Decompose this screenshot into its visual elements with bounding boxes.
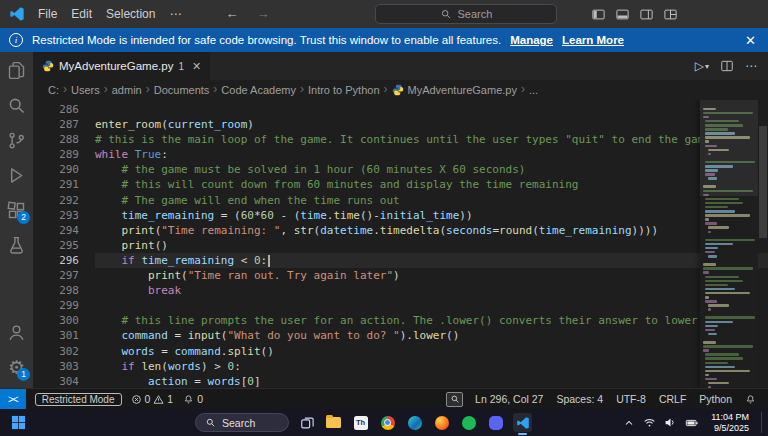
thonny-icon[interactable]: Th	[351, 413, 370, 432]
code-line[interactable]: print("Time ran out. Try again later")	[95, 268, 768, 283]
line-number[interactable]: 294	[33, 223, 79, 238]
code-line[interactable]: if len(words) > 0:	[95, 359, 768, 374]
code-line[interactable]: # this line prompts the user for an acti…	[95, 313, 768, 328]
code-line[interactable]: if time_remaining < 0:	[95, 253, 768, 268]
code-line[interactable]: action = words[0]	[95, 374, 768, 388]
code-line[interactable]: # the game must be solved in 1 hour (60 …	[95, 162, 768, 177]
code-line[interactable]: command = input("What do you want to do?…	[95, 328, 768, 343]
explorer-icon[interactable]	[0, 53, 33, 88]
code-line[interactable]: while True:	[95, 147, 768, 162]
line-number[interactable]: 301	[33, 328, 79, 343]
close-tab-icon[interactable]: ✕	[192, 60, 201, 73]
menu-more-icon[interactable]: ⋯	[162, 7, 188, 21]
edge-icon[interactable]	[405, 413, 424, 432]
navigate-forward-icon[interactable]: →	[247, 6, 278, 21]
code-line[interactable]: enter_room(current_room)	[95, 117, 768, 132]
line-number[interactable]: 288	[33, 132, 79, 147]
breadcrumb-symbol-more[interactable]: ...	[529, 84, 538, 96]
zoom-indicator[interactable]	[446, 392, 463, 407]
line-number[interactable]: 287	[33, 117, 79, 132]
editor-more-actions-icon[interactable]: ⋯	[745, 59, 757, 73]
problems-status[interactable]: 0 1	[126, 393, 179, 405]
menu-file[interactable]: File	[31, 7, 64, 21]
search-sidebar-icon[interactable]	[0, 88, 33, 123]
line-number[interactable]: 293	[33, 208, 79, 223]
line-number[interactable]: 299	[33, 298, 79, 313]
line-number[interactable]: 291	[33, 177, 79, 192]
menu-selection[interactable]: Selection	[99, 7, 162, 21]
eol-status[interactable]: CRLF	[654, 393, 691, 405]
menu-edit[interactable]: Edit	[64, 7, 99, 21]
code-line[interactable]	[95, 102, 768, 117]
breadcrumb-intro-to-python[interactable]: Intro to Python	[308, 84, 380, 96]
notifications-count-status[interactable]: 0	[178, 393, 208, 405]
editor-scrollbar[interactable]	[758, 100, 768, 388]
volume-icon[interactable]	[664, 416, 677, 429]
line-number[interactable]: 300	[33, 313, 79, 328]
breadcrumb-admin[interactable]: admin	[112, 84, 142, 96]
line-number[interactable]: 304	[33, 374, 79, 388]
notifications-bell-icon[interactable]	[740, 394, 761, 405]
code-editor[interactable]: 2862872882892902912922932942952962972982…	[33, 100, 768, 388]
line-number[interactable]: 298	[33, 283, 79, 298]
minimap[interactable]	[700, 100, 758, 388]
testing-icon[interactable]	[0, 228, 33, 263]
line-number[interactable]: 303	[33, 359, 79, 374]
source-control-icon[interactable]	[0, 123, 33, 158]
restricted-mode-status[interactable]: Restricted Mode	[35, 393, 122, 406]
line-number[interactable]: 289	[33, 147, 79, 162]
toggle-panel-icon[interactable]	[615, 7, 630, 22]
manage-link[interactable]: Manage	[510, 34, 553, 46]
cursor-position-status[interactable]: Ln 296, Col 27	[470, 393, 548, 405]
customize-layout-icon[interactable]	[663, 7, 678, 22]
indentation-status[interactable]: Spaces: 4	[551, 393, 608, 405]
breadcrumb-drive[interactable]: C:	[48, 84, 59, 96]
breadcrumb-filename[interactable]: MyAdventureGame.py	[408, 84, 517, 96]
settings-gear-icon[interactable]: ⚙ 1	[0, 350, 33, 385]
spotify-icon[interactable]	[459, 413, 478, 432]
split-editor-icon[interactable]	[720, 59, 734, 73]
code-line[interactable]: # The game will end when the time runs o…	[95, 193, 768, 208]
task-view-icon[interactable]	[297, 413, 316, 432]
line-number[interactable]: 296	[33, 253, 79, 268]
code-line[interactable]: break	[95, 283, 768, 298]
tray-chevron-up-icon[interactable]	[623, 417, 635, 429]
language-mode-status[interactable]: Python	[694, 393, 737, 405]
code-line[interactable]: print()	[95, 238, 768, 253]
code-line[interactable]: words = command.split()	[95, 344, 768, 359]
toggle-sidebar-icon[interactable]	[591, 7, 606, 22]
remote-indicator[interactable]: ><	[0, 389, 26, 409]
tab-myadventuregame[interactable]: MyAdventureGame.py 1 ✕	[33, 52, 210, 80]
code-line[interactable]: # this will count down from 60 minutes a…	[95, 177, 768, 192]
close-banner-icon[interactable]: ✕	[742, 33, 759, 48]
taskbar-clock[interactable]: 11:04 PM 9/5/2025	[707, 412, 753, 433]
breadcrumb-documents[interactable]: Documents	[154, 84, 210, 96]
code-line[interactable]: # this is the main loop of the game. It …	[95, 132, 768, 147]
vscode-taskbar-icon[interactable]	[513, 413, 532, 432]
chrome-icon[interactable]	[378, 413, 397, 432]
line-number[interactable]: 292	[33, 193, 79, 208]
line-number[interactable]: 290	[33, 162, 79, 177]
learn-more-link[interactable]: Learn More	[562, 34, 624, 46]
line-number[interactable]: 286	[33, 102, 79, 117]
run-debug-icon[interactable]	[0, 158, 33, 193]
breadcrumb-users[interactable]: Users	[71, 84, 100, 96]
encoding-status[interactable]: UTF-8	[611, 393, 651, 405]
scrollbar-thumb[interactable]	[759, 126, 767, 238]
command-center-search[interactable]: Search	[375, 4, 557, 24]
line-number[interactable]: 295	[33, 238, 79, 253]
toggle-secondary-sidebar-icon[interactable]	[639, 7, 654, 22]
account-icon[interactable]	[0, 315, 33, 350]
run-python-file-button[interactable]: ▷▾	[695, 59, 709, 73]
discord-icon[interactable]	[486, 413, 505, 432]
taskbar-search[interactable]: Search	[195, 413, 289, 432]
minimap-slider[interactable]	[700, 100, 758, 196]
extensions-icon[interactable]: 2	[0, 193, 33, 228]
code-line[interactable]	[95, 298, 768, 313]
line-number[interactable]: 297	[33, 268, 79, 283]
line-number[interactable]: 302	[33, 344, 79, 359]
code-line[interactable]: print("Time remaining: ", str(datetime.t…	[95, 223, 768, 238]
battery-icon[interactable]	[685, 416, 699, 430]
code-line[interactable]: time_remaining = (60*60 - (time.time()-i…	[95, 208, 768, 223]
wifi-icon[interactable]	[643, 416, 656, 429]
